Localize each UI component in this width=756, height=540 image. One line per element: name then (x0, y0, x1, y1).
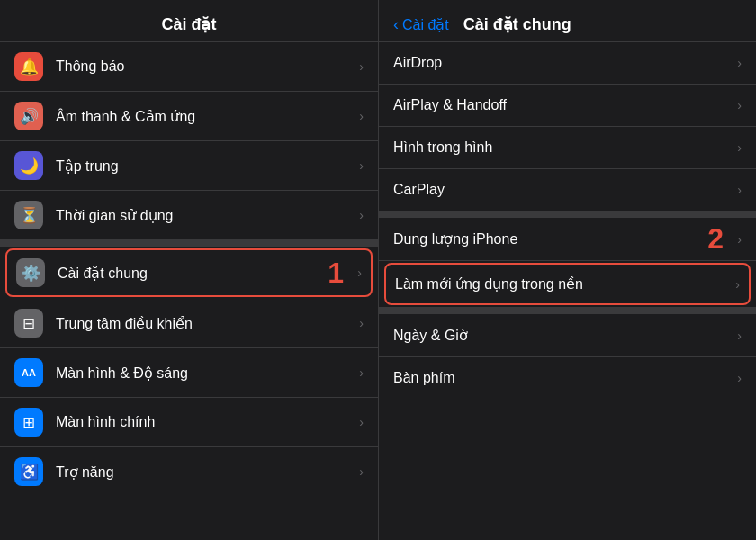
chevron-icon: › (737, 328, 742, 343)
lam-moi-label: Làm mới ứng dụng trong nền (395, 275, 728, 292)
right-item-dung-luong[interactable]: Dung lượng iPhone › 2 (379, 218, 756, 261)
hinh-trong-hinh-label: Hình trong hình (393, 140, 730, 156)
sound-icon: 🔊 (14, 102, 43, 130)
chevron-icon: › (359, 365, 364, 380)
bell-icon: 🔔 (14, 52, 43, 81)
right-item-airplay[interactable]: AirPlay & Handoff › (379, 85, 756, 127)
moon-icon: 🌙 (14, 151, 43, 180)
right-item-lam-moi[interactable]: Làm mới ứng dụng trong nền › (384, 263, 751, 305)
chevron-icon: › (359, 415, 364, 429)
sidebar-item-man-hinh-chinh[interactable]: ⊞ Màn hình chính › (0, 398, 378, 447)
aa-icon: AA (14, 358, 43, 387)
sidebar-item-trung-tam[interactable]: ⊟ Trung tâm điều khiển › (0, 299, 378, 348)
settings-group-1: 🔔 Thông báo › 🔊 Âm thanh & Cảm ứng › 🌙 T… (0, 42, 378, 239)
sidebar-item-tro-nang[interactable]: ♿ Trợ năng › (0, 447, 378, 496)
chevron-icon: › (359, 208, 364, 222)
cai-dat-chung-label: Cài đặt chung (58, 265, 350, 282)
chevron-icon: › (735, 277, 740, 292)
right-item-ban-phim[interactable]: Bàn phím › (379, 357, 756, 399)
chevron-icon: › (737, 98, 742, 112)
chevron-icon: › (357, 266, 362, 280)
left-panel: Cài đặt 🔔 Thông báo › 🔊 Âm thanh & Cảm ứ… (0, 0, 378, 540)
right-group-3: Ngày & Giờ › Bàn phím › (379, 307, 756, 399)
chevron-icon: › (737, 371, 742, 385)
chevron-icon: › (359, 464, 364, 479)
airdrop-label: AirDrop (393, 55, 730, 71)
right-group-2: Dung lượng iPhone › 2 Làm mới ứng dụng t… (379, 211, 756, 305)
sidebar-item-cai-dat-chung[interactable]: ⚙️ Cài đặt chung › 1 (5, 248, 373, 297)
chevron-icon: › (359, 316, 364, 330)
am-thanh-label: Âm thanh & Cảm ứng (56, 108, 352, 125)
hourglass-icon: ⏳ (14, 201, 43, 230)
chevron-icon: › (737, 183, 742, 197)
back-label: Cài đặt (402, 16, 449, 33)
sidebar-item-tap-trung[interactable]: 🌙 Tập trung › (0, 141, 378, 191)
chevron-icon: › (737, 56, 742, 70)
right-panel: ‹ Cài đặt Cài đặt chung AirDrop › AirPla… (378, 0, 756, 540)
thong-bao-label: Thông báo (56, 58, 352, 75)
chevron-icon: › (359, 158, 364, 173)
right-title: Cài đặt chung (464, 14, 572, 34)
right-item-hinh-trong-hinh[interactable]: Hình trong hình › (379, 127, 756, 169)
step-2-badge: 2 (707, 222, 724, 256)
back-chevron-icon: ‹ (393, 15, 399, 34)
left-title: Cài đặt (0, 14, 378, 34)
ngay-gio-label: Ngày & Giờ (393, 327, 730, 344)
trung-tam-label: Trung tâm điều khiển (56, 315, 352, 332)
man-hinh-label: Màn hình & Độ sáng (56, 364, 352, 382)
thoi-gian-label: Thời gian sử dụng (56, 207, 352, 224)
chevron-icon: › (359, 59, 364, 74)
chevron-icon: › (359, 109, 364, 123)
right-group-1: AirDrop › AirPlay & Handoff › Hình trong… (379, 42, 756, 211)
tap-trung-label: Tập trung (56, 158, 352, 175)
sidebar-item-thong-bao[interactable]: 🔔 Thông báo › (0, 42, 378, 92)
grid-icon: ⊞ (14, 408, 43, 436)
airplay-label: AirPlay & Handoff (393, 97, 730, 113)
step-1-badge: 1 (328, 256, 344, 290)
right-item-ngay-gio[interactable]: Ngày & Giờ › (379, 314, 756, 357)
settings-group-2: ⚙️ Cài đặt chung › 1 ⊟ Trung tâm điều kh… (0, 239, 378, 496)
back-button[interactable]: ‹ Cài đặt (393, 15, 449, 34)
right-item-airdrop[interactable]: AirDrop › (379, 42, 756, 85)
right-item-carplay[interactable]: CarPlay › (379, 169, 756, 211)
ban-phim-label: Bàn phím (393, 370, 730, 386)
sidebar-item-man-hinh[interactable]: AA Màn hình & Độ sáng › (0, 348, 378, 398)
right-settings-list: AirDrop › AirPlay & Handoff › Hình trong… (379, 42, 756, 540)
sidebar-item-thoi-gian[interactable]: ⏳ Thời gian sử dụng › (0, 191, 378, 239)
settings-list: 🔔 Thông báo › 🔊 Âm thanh & Cảm ứng › 🌙 T… (0, 42, 378, 540)
chevron-icon: › (737, 140, 742, 155)
dung-luong-label: Dung lượng iPhone (393, 230, 730, 248)
accessibility-icon: ♿ (14, 457, 43, 486)
sidebar-item-am-thanh[interactable]: 🔊 Âm thanh & Cảm ứng › (0, 92, 378, 141)
man-hinh-chinh-label: Màn hình chính (56, 414, 352, 430)
chevron-icon: › (737, 232, 742, 247)
left-header: Cài đặt (0, 0, 378, 42)
carplay-label: CarPlay (393, 182, 730, 198)
gear-icon: ⚙️ (16, 258, 45, 287)
tro-nang-label: Trợ năng (56, 464, 352, 481)
sliders-icon: ⊟ (14, 309, 43, 338)
right-header: ‹ Cài đặt Cài đặt chung (379, 0, 756, 42)
